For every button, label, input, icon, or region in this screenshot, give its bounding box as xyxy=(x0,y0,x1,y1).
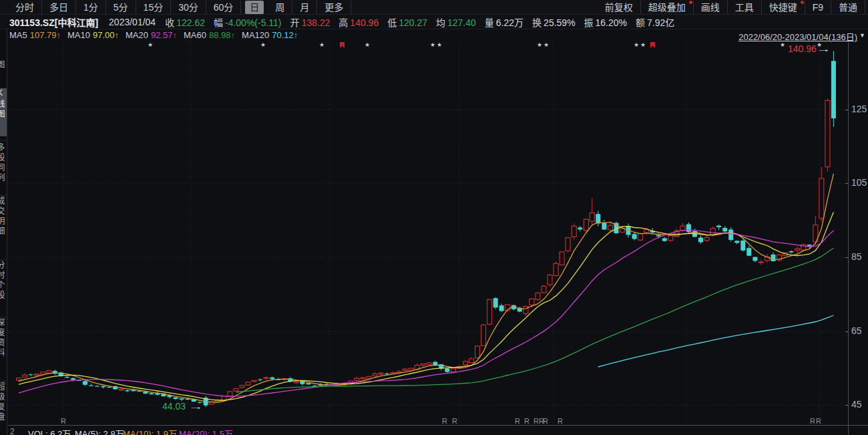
tab-15min[interactable]: 15分 xyxy=(136,1,172,14)
tab-fenshi[interactable]: 分时 xyxy=(8,1,42,14)
ma-label: MA120 xyxy=(242,30,269,40)
tab-more[interactable]: 更多 xyxy=(317,1,351,14)
period-tabs: 分时多日1分5分15分30分60分日周月更多 xyxy=(0,1,351,14)
low-price-label: 44.03 xyxy=(162,401,186,412)
sidebar-item-fenshi-gegu[interactable]: 分时个股 xyxy=(0,261,7,313)
quote-field-volume: 量6.22万 xyxy=(485,17,523,28)
r-event-marker: R xyxy=(442,417,447,425)
star-marker-icon: ★ xyxy=(430,41,435,48)
r-event-marker: R xyxy=(810,417,815,425)
tool-menu: 前复权超级叠加画线工具快捷键F9普通 xyxy=(598,1,868,14)
star-marker-icon: ★ xyxy=(319,41,324,48)
quote-field-low: 低120.27 xyxy=(387,17,427,28)
star-marker-icon: ★ xyxy=(437,41,442,48)
field-label: 开 xyxy=(290,17,300,28)
trading-app-window: 分时多日1分5分15分30分60分日周月更多 前复权超级叠加画线工具快捷键F9普… xyxy=(0,0,868,435)
tab-week[interactable]: 周 xyxy=(268,1,292,14)
tab-day[interactable]: 日 xyxy=(245,1,264,14)
quote-field-open: 开138.22 xyxy=(290,17,331,28)
price-tick-label: 45 xyxy=(851,399,862,410)
sidebar-item-shendu[interactable]: 深度资料 xyxy=(0,318,7,377)
sidebar-separator xyxy=(0,140,7,141)
field-label: 换 xyxy=(532,17,541,28)
r-event-marker: R xyxy=(61,417,66,425)
date-range-selector[interactable]: 2022/06/20-2023/01/04(136日) xyxy=(738,30,857,43)
btn-hotkeys[interactable]: 快捷键 xyxy=(762,1,805,14)
btn-tools[interactable]: 工具 xyxy=(728,1,762,14)
btn-draw-line[interactable]: 画线 xyxy=(694,1,728,14)
sidebar-separator xyxy=(0,195,7,196)
sidebar-separator xyxy=(0,381,7,382)
pane-count-label: 2 xyxy=(10,427,15,435)
field-value: 16.20% xyxy=(596,17,627,28)
ma-legend-ma60: MA6088.98↑ xyxy=(184,30,235,40)
ma-label: MA10 xyxy=(67,30,90,40)
stock-info-bar: 301153.SZ[中科江南] 2023/01/04 收122.62幅-4.00… xyxy=(0,15,868,29)
quote-field-change: 幅-4.00%(-5.11) xyxy=(214,17,282,28)
stock-code-name: 301153.SZ[中科江南] xyxy=(9,15,98,29)
price-tick-label: 125 xyxy=(851,104,867,114)
notification-dot xyxy=(801,1,804,4)
r-event-marker: R xyxy=(558,417,563,425)
r-event-marker: R xyxy=(515,417,520,425)
ma-line-ma60 xyxy=(236,248,833,392)
field-value: 25.59% xyxy=(544,17,575,28)
tab-month[interactable]: 月 xyxy=(292,1,317,14)
tab-30min[interactable]: 30分 xyxy=(171,1,206,14)
tab-60min[interactable]: 60分 xyxy=(206,1,242,14)
low-arrow-icon: → xyxy=(188,402,203,412)
sidebar-item-label: 分时图 xyxy=(0,60,7,88)
field-label: 幅 xyxy=(214,17,223,28)
star-marker-icon: ★ xyxy=(544,41,549,48)
price-tick-label: 85 xyxy=(851,251,862,262)
field-label: 量 xyxy=(485,17,494,28)
r-event-marker: R xyxy=(816,417,821,425)
ma-legend-ma5: MA5107.79↑ xyxy=(9,30,61,40)
sidebar-item-label: 超级复盘 xyxy=(0,382,5,422)
high-price-label: 140.96 xyxy=(788,43,817,54)
sidebar-item-fupan[interactable]: 超级复盘 xyxy=(0,382,7,435)
top-menu-bar: 分时多日1分5分15分30分60分日周月更多 前复权超级叠加画线工具快捷键F9普… xyxy=(0,0,868,15)
star-marker-icon: ★ xyxy=(634,41,639,48)
sidebar-item-chengjiao[interactable]: 成交明细 xyxy=(0,196,7,255)
ma-line-ma10 xyxy=(19,212,833,400)
field-label: 收 xyxy=(165,17,174,28)
sidebar-item-kline[interactable]: K线图 xyxy=(0,88,7,136)
field-value: 120.27 xyxy=(399,17,427,28)
tab-duori[interactable]: 多日 xyxy=(42,1,76,14)
price-tick-mark xyxy=(845,331,848,332)
ma-line-ma5 xyxy=(19,174,833,402)
sidebar-item-duogu[interactable]: 多股同列 xyxy=(0,143,7,191)
quote-fields: 收122.62幅-4.00%(-5.11)开138.22高140.96低120.… xyxy=(165,15,683,29)
kline-chart[interactable]: ★★★★★★★★★★★★RRRRRRRRRRR140.96→44.03→ xyxy=(8,40,848,425)
quote-date: 2023/01/04 xyxy=(109,17,156,27)
tab-5min[interactable]: 5分 xyxy=(106,1,136,14)
chevron-down-icon[interactable]: ▼ xyxy=(859,32,865,39)
ma-value: 92.57↑ xyxy=(151,30,177,40)
btn-normal[interactable]: 普通 xyxy=(831,1,865,14)
vol-ma10-label: MA(10): 1.9万 xyxy=(123,427,177,435)
field-label: 额 xyxy=(636,17,645,28)
star-marker-icon: ★ xyxy=(640,41,646,48)
volume-pane-header: 2 VOL: 6.2万MA(5): 2.8万MA(10): 1.9万MA(20)… xyxy=(8,425,868,435)
btn-qianfuquan[interactable]: 前复权 xyxy=(598,1,641,14)
ma-label: MA20 xyxy=(126,30,148,40)
btn-f9[interactable]: F9 xyxy=(805,1,831,14)
btn-super-overlay[interactable]: 超级叠加 xyxy=(641,1,694,14)
sidebar-item-fenshi[interactable]: 分时图 xyxy=(0,60,7,88)
ma-line-ma20 xyxy=(19,230,833,396)
price-tick-label: 65 xyxy=(851,325,862,336)
ma-value: 70.12↑ xyxy=(272,30,298,40)
price-tick-label: 105 xyxy=(851,177,867,188)
ma-line-ma120 xyxy=(598,315,834,367)
field-value: 6.22万 xyxy=(496,17,523,28)
star-marker-icon: ★ xyxy=(537,41,542,48)
field-value: 138.22 xyxy=(302,17,331,28)
sidebar-item-label: 多股同列 xyxy=(0,143,5,183)
tab-1min[interactable]: 1分 xyxy=(76,1,106,14)
quote-field-amplitude: 振16.20% xyxy=(584,17,627,28)
ma-label: MA60 xyxy=(184,30,206,40)
quote-field-turnover: 换25.59% xyxy=(532,17,575,28)
notification-dot xyxy=(689,1,692,4)
field-label: 低 xyxy=(387,17,397,28)
